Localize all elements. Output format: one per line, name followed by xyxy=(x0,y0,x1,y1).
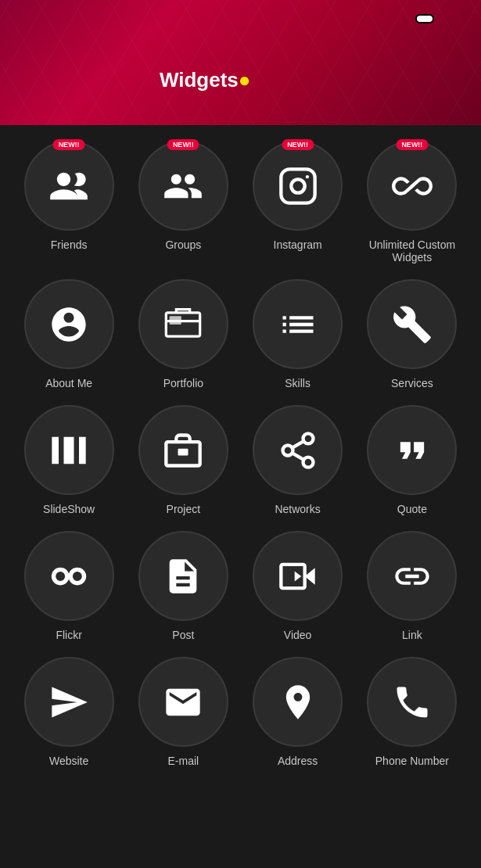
widget-circle-about xyxy=(24,279,114,369)
widget-item-skills[interactable]: Skills xyxy=(245,279,351,389)
widget-circle-groups: NEW!! xyxy=(138,141,228,231)
widget-item-quote[interactable]: Quote xyxy=(359,405,465,515)
widget-label-email: E-mail xyxy=(168,755,199,767)
widget-circle-address xyxy=(253,657,343,747)
widget-label-video: Video xyxy=(284,629,312,641)
svg-point-2 xyxy=(291,179,304,192)
widget-item-networks[interactable]: Networks xyxy=(245,405,351,515)
widget-circle-phone xyxy=(367,657,457,747)
svg-point-10 xyxy=(303,457,313,467)
widget-item-address[interactable]: Address xyxy=(245,657,351,767)
svg-rect-5 xyxy=(170,316,181,325)
header: Widgets● xyxy=(0,0,481,125)
widget-item-website[interactable]: Website xyxy=(16,657,122,767)
widget-label-groups: Groups xyxy=(165,239,201,251)
widget-item-email[interactable]: E-mail xyxy=(130,657,236,767)
svg-point-14 xyxy=(70,569,84,583)
widget-circle-instagram: NEW!! xyxy=(253,141,343,231)
widget-circle-friends: NEW!! xyxy=(24,141,114,231)
new-badge-instagram: NEW!! xyxy=(282,139,314,150)
widget-circle-skills xyxy=(253,279,343,369)
widget-label-quote: Quote xyxy=(397,503,427,515)
widget-label-skills: Skills xyxy=(285,377,310,389)
svg-point-3 xyxy=(305,174,308,178)
widget-circle-services xyxy=(367,279,457,369)
widget-item-slideshow[interactable]: SlideShow xyxy=(16,405,122,515)
svg-point-8 xyxy=(303,433,313,443)
widget-item-unlimited[interactable]: NEW!!Unlimited Custom Widgets xyxy=(359,141,465,264)
widget-item-link[interactable]: Link xyxy=(359,531,465,641)
widget-item-instagram[interactable]: NEW!!Instagram xyxy=(245,141,351,264)
widget-circle-link xyxy=(367,531,457,621)
widget-circle-post xyxy=(138,531,228,621)
widget-item-post[interactable]: Post xyxy=(130,531,236,641)
widget-label-unlimited: Unlimited Custom Widgets xyxy=(359,239,465,264)
widget-item-services[interactable]: Services xyxy=(359,279,465,389)
widget-circle-unlimited: NEW!! xyxy=(367,141,457,231)
dot: ● xyxy=(239,68,251,91)
widget-label-instagram: Instagram xyxy=(274,239,322,251)
widget-item-portfolio[interactable]: Portfolio xyxy=(130,279,236,389)
new-badge-unlimited: NEW!! xyxy=(396,139,428,150)
widgets-text: Widgets● xyxy=(160,68,251,91)
svg-line-11 xyxy=(292,453,303,460)
svg-rect-1 xyxy=(281,169,314,203)
widget-grid: NEW!!FriendsNEW!!GroupsNEW!!InstagramNEW… xyxy=(0,125,481,783)
widget-circle-project xyxy=(138,405,228,495)
widget-label-portfolio: Portfolio xyxy=(163,377,203,389)
svg-line-12 xyxy=(292,441,303,448)
widget-label-phone: Phone Number xyxy=(375,755,449,767)
widget-item-about[interactable]: About Me xyxy=(16,279,122,389)
widget-label-post: Post xyxy=(172,629,194,641)
widget-label-flickr: Flickr xyxy=(56,629,81,641)
widget-label-networks: Networks xyxy=(275,503,320,515)
new-badge-groups: NEW!! xyxy=(167,139,199,150)
widget-label-website: Website xyxy=(49,755,88,767)
widget-label-link: Link xyxy=(402,629,422,641)
widget-circle-website xyxy=(24,657,114,747)
widget-circle-slideshow xyxy=(24,405,114,495)
widget-circle-quote xyxy=(367,405,457,495)
widget-label-friends: Friends xyxy=(51,239,88,251)
widget-label-services: Services xyxy=(391,377,433,389)
widget-item-video[interactable]: Video xyxy=(245,531,351,641)
new-badge-friends: NEW!! xyxy=(53,139,85,150)
widget-item-flickr[interactable]: Flickr xyxy=(16,531,122,641)
widget-circle-flickr xyxy=(24,531,114,621)
widget-circle-networks xyxy=(253,405,343,495)
widget-label-about: About Me xyxy=(45,377,92,389)
widget-circle-video xyxy=(253,531,343,621)
widget-circle-email xyxy=(138,657,228,747)
svg-marker-17 xyxy=(294,571,301,581)
widget-label-slideshow: SlideShow xyxy=(43,503,95,515)
widget-item-project[interactable]: Project xyxy=(130,405,236,515)
svg-point-13 xyxy=(54,569,67,583)
new-badge-header xyxy=(415,14,434,23)
widget-label-address: Address xyxy=(278,755,318,767)
widget-item-phone[interactable]: Phone Number xyxy=(359,657,465,767)
widget-circle-portfolio xyxy=(138,279,228,369)
widget-label-project: Project xyxy=(167,503,201,515)
svg-point-9 xyxy=(282,445,293,455)
svg-rect-7 xyxy=(178,448,188,455)
widget-item-friends[interactable]: NEW!!Friends xyxy=(16,141,122,264)
widget-item-groups[interactable]: NEW!!Groups xyxy=(130,141,236,264)
